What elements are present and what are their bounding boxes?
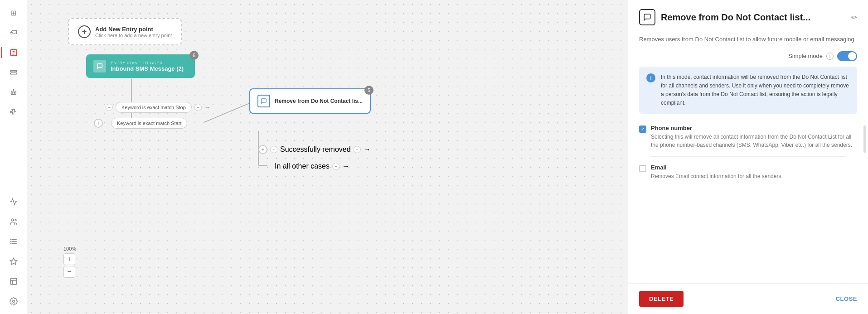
panel-edit-icon[interactable]: ✏ bbox=[851, 13, 857, 22]
svg-rect-4 bbox=[10, 71, 17, 72]
email-label: Email bbox=[651, 164, 783, 171]
add-entry-plus-icon: + bbox=[78, 25, 91, 38]
sidebar-icon-list[interactable] bbox=[5, 233, 22, 250]
sidebar-icon-layers[interactable] bbox=[5, 64, 22, 81]
sidebar-icon-package[interactable] bbox=[5, 273, 22, 290]
branch-minus-1[interactable]: − bbox=[106, 104, 113, 111]
outcome-remove-1[interactable]: − bbox=[354, 146, 361, 153]
svg-point-16 bbox=[10, 241, 11, 242]
sidebar-icon-badge[interactable] bbox=[5, 253, 22, 270]
svg-point-15 bbox=[10, 239, 11, 240]
sidebar-icon-settings[interactable] bbox=[5, 293, 22, 309]
sidebar-icon-tag[interactable]: 🏷 bbox=[5, 24, 22, 41]
outcome-branch-2: In all other cases − → bbox=[258, 162, 349, 170]
svg-point-8 bbox=[14, 92, 15, 93]
info-box-text: In this mode, contact information will b… bbox=[661, 73, 850, 108]
sidebar-icon-robot[interactable] bbox=[5, 84, 22, 101]
panel-footer: DELETE CLOSE bbox=[628, 283, 868, 314]
outcome-plus-1[interactable]: + bbox=[258, 145, 267, 154]
info-box-icon: i bbox=[646, 73, 655, 82]
outcome-branch-1-pill[interactable]: Successfully removed bbox=[280, 145, 351, 154]
outcome-branch-2-pill[interactable]: In all other cases bbox=[275, 162, 330, 170]
outcome-minus-1[interactable]: − bbox=[270, 146, 277, 153]
add-entry-point[interactable]: + Add New Entry point Click here to add … bbox=[68, 18, 182, 45]
svg-point-11 bbox=[15, 220, 16, 221]
remove-node[interactable]: 5 Remove from Do Not Contact lis... bbox=[249, 88, 371, 114]
sidebar-icon-grid[interactable]: ⊞ bbox=[5, 5, 22, 21]
keyword-branch-1-pill[interactable]: Keyword is exact match Stop bbox=[116, 102, 192, 113]
sidebar-icon-chart[interactable] bbox=[5, 193, 22, 210]
divider bbox=[650, 156, 846, 157]
keyword-branch-1: − Keyword is exact match Stop − → bbox=[94, 102, 211, 113]
delete-button[interactable]: DELETE bbox=[639, 291, 684, 307]
phone-number-desc: Selecting this will remove all contact i… bbox=[651, 133, 857, 149]
email-desc: Removes Email contact information for al… bbox=[651, 172, 783, 180]
trigger-node-icon bbox=[93, 60, 106, 72]
svg-point-21 bbox=[12, 300, 15, 303]
svg-point-7 bbox=[12, 92, 13, 93]
checkmark-icon: ✓ bbox=[641, 127, 645, 132]
trigger-node-badge: 6 bbox=[189, 51, 199, 60]
simple-mode-info-icon[interactable]: i bbox=[826, 53, 834, 60]
email-content: Email Removes Email contact information … bbox=[651, 164, 783, 180]
right-panel: Remove from Do Not Contact list... ✏ Rem… bbox=[628, 0, 868, 314]
panel-header: Remove from Do Not Contact list... ✏ bbox=[628, 0, 868, 30]
branch-arrow-1[interactable]: → bbox=[204, 104, 211, 111]
sidebar-icon-puzzle[interactable] bbox=[5, 104, 22, 121]
panel-header-icon bbox=[639, 9, 655, 25]
branch-plus-2[interactable]: + bbox=[94, 119, 103, 128]
add-entry-title: Add New Entry point bbox=[95, 26, 172, 33]
svg-rect-18 bbox=[10, 278, 17, 285]
checkbox-section: ✓ Phone number Selecting this will remov… bbox=[628, 121, 868, 191]
zoom-in-button[interactable]: + bbox=[63, 253, 75, 265]
svg-point-10 bbox=[11, 219, 14, 221]
svg-line-25 bbox=[204, 103, 249, 122]
canvas: + Add New Entry point Click here to add … bbox=[27, 0, 628, 314]
zoom-percentage: 100% bbox=[63, 246, 76, 251]
sidebar-icon-contacts[interactable] bbox=[5, 44, 22, 61]
trigger-node-label: ENTRY POINT: TRIGGER bbox=[111, 61, 184, 65]
trigger-node[interactable]: 6 ENTRY POINT: TRIGGER Inbound SMS Messa… bbox=[86, 54, 195, 78]
zoom-out-button[interactable]: − bbox=[63, 266, 75, 278]
outcome-branch-1: + − Successfully removed − → bbox=[258, 145, 371, 154]
zoom-controls: 100% + − bbox=[63, 246, 76, 278]
simple-mode-toggle[interactable] bbox=[837, 51, 857, 61]
simple-mode-row: Simple mode i bbox=[628, 51, 868, 67]
phone-number-row: ✓ Phone number Selecting this will remov… bbox=[639, 125, 857, 149]
svg-point-17 bbox=[10, 243, 11, 244]
email-row: Email Removes Email contact information … bbox=[639, 164, 857, 180]
phone-number-checkbox[interactable]: ✓ bbox=[639, 126, 646, 133]
add-entry-text: Add New Entry point Click here to add a … bbox=[95, 26, 172, 38]
trigger-node-title: Inbound SMS Message (2) bbox=[111, 65, 184, 72]
panel-title: Remove from Do Not Contact list... bbox=[661, 12, 846, 23]
email-checkbox[interactable] bbox=[639, 165, 646, 172]
branch-remove-1[interactable]: − bbox=[194, 104, 202, 111]
remove-node-badge: 5 bbox=[364, 86, 373, 95]
remove-node-title: Remove from Do Not Contact lis... bbox=[275, 98, 363, 104]
sidebar: ⊞ 🏷 bbox=[0, 0, 27, 314]
svg-point-9 bbox=[13, 89, 14, 90]
keyword-branch-2-pill[interactable]: Keyword is exact match Start bbox=[111, 118, 187, 129]
add-entry-subtitle: Click here to add a new entry point bbox=[95, 33, 172, 38]
info-box: i In this mode, contact information will… bbox=[639, 67, 857, 114]
remove-node-icon bbox=[257, 95, 270, 107]
panel-subtitle: Removes users from Do Not Contact list t… bbox=[628, 30, 868, 51]
toggle-knob bbox=[848, 52, 856, 60]
outcome-arrow-2[interactable]: → bbox=[342, 162, 349, 170]
phone-number-label: Phone number bbox=[651, 125, 857, 131]
close-button[interactable]: CLOSE bbox=[836, 295, 857, 302]
phone-number-content: Phone number Selecting this will remove … bbox=[651, 125, 857, 149]
outcome-remove-2[interactable]: − bbox=[332, 163, 339, 170]
sidebar-icon-group[interactable] bbox=[5, 213, 22, 230]
scrollbar-indicator bbox=[863, 126, 866, 153]
connector-lines bbox=[27, 0, 628, 314]
simple-mode-label: Simple mode bbox=[788, 53, 823, 59]
outcome-arrow-1[interactable]: → bbox=[364, 145, 371, 154]
svg-rect-5 bbox=[10, 73, 17, 74]
keyword-branch-2: + Keyword is exact match Start bbox=[94, 118, 187, 129]
